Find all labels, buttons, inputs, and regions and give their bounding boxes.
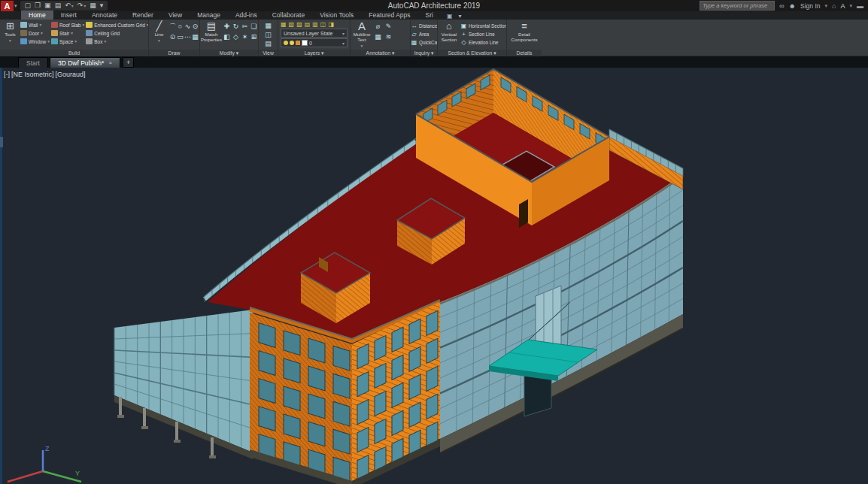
- move-icon[interactable]: ✚: [223, 22, 231, 32]
- viewport-icon[interactable]: ◫: [265, 31, 272, 39]
- new-file-icon[interactable]: ▢: [25, 1, 32, 11]
- layer-off-icon[interactable]: ▧: [289, 21, 295, 28]
- app-store-cart-icon[interactable]: ⌂: [832, 2, 836, 10]
- table-icon[interactable]: ▦: [373, 32, 383, 42]
- ribbon-tab-add-ins[interactable]: Add-ins: [228, 11, 265, 20]
- build-item-ceiling-grid[interactable]: Ceiling Grid: [86, 29, 148, 37]
- build-item-wall[interactable]: Wall▾: [20, 21, 50, 29]
- stretch-icon[interactable]: ◇: [232, 32, 240, 42]
- wipeout-icon[interactable]: ≋: [384, 32, 393, 42]
- sign-in-caret-icon[interactable]: ▾: [825, 3, 828, 9]
- undo-icon[interactable]: ↶▾: [65, 1, 74, 11]
- array-icon[interactable]: ⊞: [250, 32, 258, 42]
- panel-label-annotation[interactable]: Annotation ▾: [351, 50, 410, 56]
- detail-components-button[interactable]: ≡ Detail Components: [509, 20, 539, 50]
- panel-label-section[interactable]: Section & Elevation ▾: [438, 50, 506, 56]
- qat-more-icon[interactable]: ▾: [100, 1, 104, 11]
- workspace-icon[interactable]: ▦: [90, 1, 96, 11]
- ellipse-icon[interactable]: ⊙: [169, 32, 176, 42]
- drawing-viewport[interactable]: Z Y [-] [NE Isometric] [Gouraud]: [0, 68, 868, 484]
- rectangle-icon[interactable]: ▭: [177, 32, 184, 42]
- ribbon-tab-annotate[interactable]: Annotate: [84, 11, 125, 20]
- build-item-door[interactable]: Door▾: [20, 29, 50, 37]
- ribbon-tab-view[interactable]: View: [161, 11, 190, 20]
- file-tab-active[interactable]: 3D Dwf Publish* ×: [50, 57, 120, 68]
- ribbon-tab-collaborate[interactable]: Collaborate: [265, 11, 312, 20]
- layer-prev-icon[interactable]: ◨: [328, 21, 334, 28]
- leader-icon[interactable]: ✎: [384, 22, 393, 32]
- redo-icon[interactable]: ↷▾: [77, 1, 86, 11]
- distance-button[interactable]: ↔Distance: [411, 22, 437, 29]
- point-icon[interactable]: ⊙: [192, 22, 199, 32]
- view-control[interactable]: [NE Isometric]: [11, 71, 54, 78]
- section-line-button[interactable]: +Section Line: [460, 30, 506, 38]
- new-tab-button[interactable]: +: [123, 57, 134, 68]
- ribbon-tab-vision-tools[interactable]: Vision Tools: [312, 11, 361, 20]
- revision-cloud-icon[interactable]: ∿: [184, 22, 191, 32]
- open-file-icon[interactable]: ❐: [35, 1, 41, 11]
- layer-lock-icon[interactable]: ▥: [312, 21, 318, 28]
- palette-handle[interactable]: [0, 137, 3, 147]
- elevation-line-button[interactable]: ◇Elevation Line: [460, 38, 506, 46]
- ribbon-tab-manage[interactable]: Manage: [190, 11, 228, 20]
- vertical-section-button[interactable]: ⌂ Vertical Section: [438, 20, 460, 50]
- panel-label-inquiry[interactable]: Inquiry ▾: [411, 50, 437, 56]
- layer-state-dropdown[interactable]: Unsaved Layer State ▾: [281, 29, 348, 38]
- ribbon-tab-sri[interactable]: Sri: [418, 11, 441, 20]
- save-icon[interactable]: ▣: [44, 1, 51, 11]
- plot-icon[interactable]: ▤: [55, 1, 62, 11]
- ribbon-tab-home[interactable]: Home: [21, 11, 53, 20]
- panel-label-modify[interactable]: Modify ▾: [200, 50, 258, 56]
- circle-icon[interactable]: ○: [177, 22, 184, 32]
- trim-icon[interactable]: ✂: [241, 22, 249, 32]
- panel-label-draw[interactable]: Draw: [149, 50, 199, 56]
- build-item-space[interactable]: Space▾: [51, 38, 84, 45]
- tools-button[interactable]: ⊞ Tools ▾: [0, 20, 20, 50]
- layer-color-swatch[interactable]: [302, 40, 308, 46]
- line-button[interactable]: ╱ Line ▾: [149, 20, 169, 50]
- ribbon-tab-featured-apps[interactable]: Featured Apps: [361, 11, 417, 20]
- panel-label-build[interactable]: Build: [0, 50, 148, 56]
- area-button[interactable]: ▱Area: [411, 30, 437, 38]
- layer-props-icon[interactable]: ▦: [281, 21, 287, 28]
- view-cube-icon[interactable]: ▦: [265, 22, 272, 30]
- layer-match-icon[interactable]: ◫: [320, 21, 326, 28]
- search-input[interactable]: Type a keyword or phrase: [700, 1, 775, 11]
- ucs-icon[interactable]: Z Y: [8, 445, 81, 482]
- 3d-model-canvas[interactable]: Z Y: [0, 68, 868, 484]
- minimize-icon[interactable]: ▬: [857, 2, 863, 10]
- explode-icon[interactable]: ✶: [241, 32, 249, 42]
- search-binoculars-icon[interactable]: ∞: [779, 2, 784, 10]
- copy-icon[interactable]: ❏: [250, 22, 258, 32]
- build-item-roof-slab[interactable]: Roof Slab▾: [51, 21, 84, 29]
- build-item-window[interactable]: Window▾: [20, 38, 50, 45]
- hatch-icon[interactable]: ▦: [192, 32, 199, 42]
- tab-close-icon[interactable]: ×: [108, 59, 112, 66]
- mirror-icon[interactable]: ◧: [223, 32, 231, 42]
- visual-style-control[interactable]: [Gouraud]: [56, 71, 86, 78]
- autodesk-mark-icon[interactable]: A: [840, 2, 845, 10]
- layer-lock-icon[interactable]: [296, 41, 300, 45]
- autocad-logo[interactable]: A: [1, 1, 14, 11]
- layer-dropdown[interactable]: 0 ▾: [281, 38, 348, 47]
- viewport-menu-control[interactable]: [-]: [4, 71, 10, 78]
- layer-freeze-icon[interactable]: ▤: [305, 21, 311, 28]
- file-tab-start[interactable]: Start: [18, 57, 48, 68]
- multiline-text-button[interactable]: A Multiline Text ▾: [351, 20, 373, 50]
- horizontal-section-button[interactable]: ▣Horizontal Section: [460, 22, 506, 29]
- logo-caret-icon[interactable]: ▾: [14, 3, 17, 9]
- ribbon-tab-render[interactable]: Render: [125, 11, 161, 20]
- visual-style-icon[interactable]: ▤: [265, 40, 272, 48]
- match-properties-button[interactable]: ▤ Match Properties: [200, 20, 223, 50]
- arc-icon[interactable]: ⌒: [169, 22, 176, 32]
- media-tab-icon[interactable]: ▣: [447, 13, 453, 20]
- panel-label-layers[interactable]: Layers ▾: [278, 50, 350, 56]
- rotate-icon[interactable]: ↻: [232, 22, 240, 32]
- build-item-enhanced-custom-grid[interactable]: Enhanced Custom Grid▾: [86, 21, 148, 29]
- panel-label-details[interactable]: Details: [507, 50, 542, 56]
- layer-sun-icon[interactable]: [290, 41, 294, 45]
- panel-label-view[interactable]: View: [259, 50, 278, 56]
- help-caret-icon[interactable]: ▾: [849, 3, 852, 9]
- polyline-icon[interactable]: ⋯: [184, 32, 191, 42]
- layer-on-bulb-icon[interactable]: [284, 41, 288, 45]
